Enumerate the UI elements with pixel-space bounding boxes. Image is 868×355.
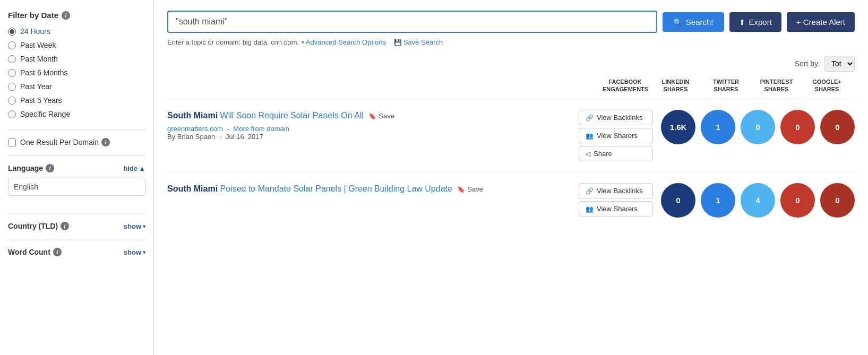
save-icon-1 [368,111,376,121]
twitter-stat-2: 4 [741,183,775,218]
result-content-2: South Miami Poised to Mandate Solar Pane… [167,183,571,198]
country-toggle[interactable]: show ▾ [124,222,145,230]
sort-select[interactable]: Tot [824,56,855,72]
language-section-header: Language i hide ▲ [8,164,145,172]
pinterest-stat-2: 0 [780,183,815,218]
save-button-2[interactable]: Save [457,185,483,194]
result-domain-1[interactable]: greenmatters.com [167,125,223,133]
result-actions-2: View Backlinks View Sharers [579,183,653,217]
googleplus-stat-2: 0 [820,183,855,218]
search-button[interactable]: Search! [663,12,724,32]
backlink-icon-1 [586,114,594,122]
result-stats-2: 0 1 4 0 0 [661,183,855,218]
word-count-toggle[interactable]: show ▾ [124,248,145,256]
facebook-stat-1: 1.6K [661,110,695,144]
word-count-chevron-icon: ▾ [143,249,145,255]
sort-label: Sort by: [795,59,820,68]
backlink-icon-2 [586,187,594,195]
date-option-past-5-years[interactable]: Past 5 Years [8,96,145,105]
result-author-1: By Brian Spaen [167,133,215,141]
column-headers: FACEBOOKENGAGEMENTS LINKEDINSHARES TWITT… [167,78,855,93]
share-button-1[interactable]: Share [579,146,653,161]
search-bar-row: Search! Export + Create Alert [167,11,855,33]
twitter-stat-1: 0 [741,110,775,144]
result-title-1: South Miami Will Soon Require Solar Pane… [167,110,571,122]
googleplus-stat-1: 0 [820,110,855,144]
sharers-icon-1 [586,132,594,140]
filter-by-date-title: Filter by Date i [8,11,145,20]
country-info-icon[interactable]: i [61,222,69,230]
result-actions-1: View Backlinks View Sharers Share [579,110,653,161]
result-more-from-1[interactable]: More from domain [233,125,289,133]
main-content: Search! Export + Create Alert Enter a to… [154,0,868,355]
result-title-rest-2: Poised to Mandate Solar Panels | Green B… [218,184,452,193]
word-count-info-icon[interactable]: i [53,248,62,256]
search-icon [673,18,682,27]
filter-date-info-icon[interactable]: i [62,11,70,20]
country-section-header: Country (TLD) i show ▾ [8,222,145,230]
word-count-section-header: Word Count i show ▾ [8,248,145,256]
facebook-stat-2: 0 [661,183,695,218]
one-result-per-domain-item[interactable]: One Result Per Domain i [8,138,145,146]
sharers-icon-2 [586,205,594,213]
pinterest-stat-1: 0 [780,110,815,144]
one-result-info-icon[interactable]: i [101,138,110,146]
filter-title-text: Filter by Date [8,11,58,20]
col-header-twitter: TWITTERSHARES [703,78,749,93]
result-date-1: Jul 16, 2017 [226,133,263,141]
one-result-checkbox[interactable] [8,138,16,146]
result-title-rest-1: Will Soon Require Solar Panels On All [218,111,364,120]
date-option-past-week[interactable]: Past Week [8,41,145,49]
country-chevron-icon: ▾ [143,223,145,229]
result-meta-1: greenmatters.com - More from domain By B… [167,125,571,141]
view-sharers-button-1[interactable]: View Sharers [579,128,653,143]
language-toggle[interactable]: hide ▲ [123,164,145,172]
export-button[interactable]: Export [729,12,781,32]
create-alert-button[interactable]: + Create Alert [787,12,855,32]
divider-3 [8,213,145,213]
col-header-facebook: FACEBOOKENGAGEMENTS [603,78,648,93]
divider-1 [8,129,145,129]
search-input-wrap [167,11,657,33]
share-icon-1 [586,150,590,158]
helper-row: Enter a topic or domain: big data, cnn.c… [167,38,855,46]
date-option-specific-range[interactable]: Specific Range [8,110,145,118]
view-backlinks-button-1[interactable]: View Backlinks [579,110,653,125]
linkedin-stat-1: 1 [701,110,735,144]
save-button-1[interactable]: Save [368,111,394,121]
result-item-1: South Miami Will Soon Require Solar Pane… [167,99,855,172]
save-search-link[interactable]: Save Search [394,38,443,46]
date-option-past-month[interactable]: Past Month [8,55,145,63]
date-option-past-year[interactable]: Past Year [8,82,145,91]
advanced-search-chevron-icon: ▾ [302,39,304,45]
advanced-search-link[interactable]: ▾ Advanced Search Options [302,38,386,46]
sort-row: Sort by: Tot [167,56,855,72]
save-search-icon [394,38,402,46]
search-input[interactable] [167,11,657,33]
date-filter-group: 24 Hours Past Week Past Month Past 6 Mon… [8,27,145,118]
linkedin-stat-2: 1 [701,183,735,218]
result-item-2: South Miami Poised to Mandate Solar Pane… [167,172,855,228]
result-title-highlight-2: South Miami [167,184,218,193]
language-info-icon[interactable]: i [46,164,54,172]
col-header-linkedin: LINKEDINSHARES [653,78,698,93]
sidebar: Filter by Date i 24 Hours Past Week Past… [0,0,154,355]
language-chevron-icon: ▲ [139,164,145,172]
divider-4 [8,239,145,239]
language-input[interactable] [8,178,145,196]
col-header-pinterest: PINTERESTSHARES [754,78,799,93]
result-title-2: South Miami Poised to Mandate Solar Pane… [167,183,571,195]
save-icon-2 [457,185,465,194]
date-option-24h[interactable]: 24 Hours [8,27,145,36]
result-content-1: South Miami Will Soon Require Solar Pane… [167,110,571,141]
date-option-past-6-months[interactable]: Past 6 Months [8,68,145,77]
view-backlinks-button-2[interactable]: View Backlinks [579,183,653,198]
export-icon [739,18,745,27]
result-stats-1: 1.6K 1 0 0 0 [661,110,855,144]
view-sharers-button-2[interactable]: View Sharers [579,201,653,217]
col-header-googleplus: GOOGLE+SHARES [804,78,849,93]
result-title-highlight-1: South Miami [167,111,218,120]
divider-2 [8,155,145,155]
